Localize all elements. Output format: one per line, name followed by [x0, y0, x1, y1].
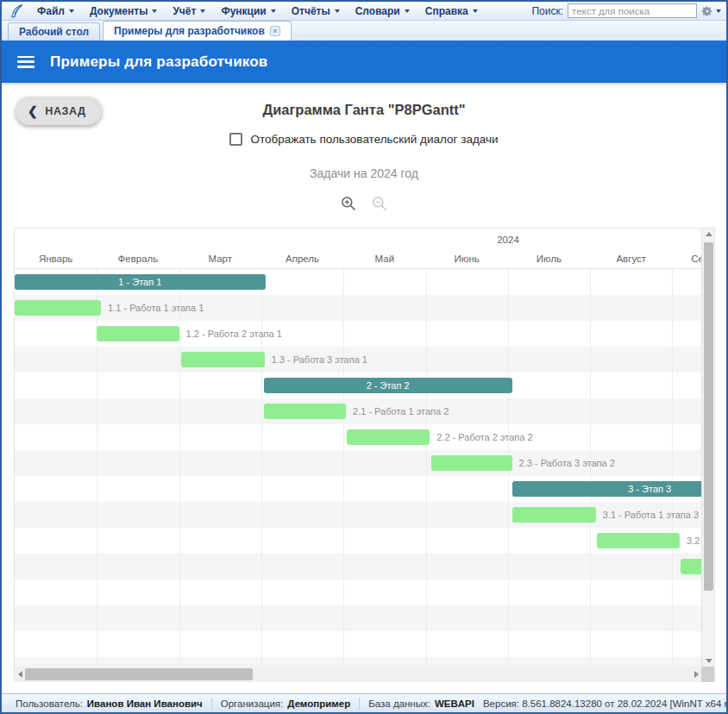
- chevron-down-icon: [69, 9, 74, 13]
- menu-item-файл[interactable]: Файл: [29, 2, 82, 21]
- gantt-bar-3.1[interactable]: [512, 507, 596, 523]
- gantt-month-label: Сентябрь: [672, 254, 702, 266]
- tab-desktop[interactable]: Рабочий стол: [8, 22, 100, 41]
- gantt-month-label: Май: [343, 254, 425, 266]
- chevron-down-icon: [335, 9, 340, 13]
- gantt-month-label: Февраль: [97, 254, 179, 266]
- status-org-value: Демопример: [287, 698, 350, 709]
- menu-item-функции[interactable]: Функции: [213, 2, 283, 21]
- gantt-bar-3[interactable]: 3 - Этап 3: [512, 481, 702, 497]
- gantt-task-label: 3.1 - Работа 1 этапа 3: [603, 507, 699, 523]
- chevron-down-icon: [200, 9, 205, 13]
- gantt-bar-3.3[interactable]: [681, 559, 702, 574]
- gear-icon: [701, 5, 713, 17]
- scroll-left-icon[interactable]: [18, 671, 22, 678]
- vertical-scroll-thumb[interactable]: [704, 242, 713, 591]
- gantt-month-label: Март: [179, 254, 261, 266]
- status-database: База данных: WEBAPI: [360, 698, 483, 710]
- gantt-bar-1.2[interactable]: [97, 326, 179, 341]
- status-user-label: Пользователь:: [16, 698, 83, 709]
- menu-item-label: Учёт: [173, 5, 196, 17]
- chart-subtitle: Задачи на 2024 год: [2, 166, 726, 180]
- gantt-bar-2.2[interactable]: [347, 429, 430, 445]
- search-input[interactable]: [568, 3, 697, 18]
- gantt-task-label: 1.2 - Работа 2 этапа 1: [186, 326, 282, 341]
- horizontal-scroll-thumb[interactable]: [25, 668, 253, 680]
- menu-item-документы[interactable]: Документы: [82, 2, 165, 21]
- menu-item-label: Документы: [90, 5, 147, 17]
- chevron-down-icon: [271, 9, 276, 13]
- gantt-row: [15, 657, 702, 667]
- menu-item-отчёты[interactable]: Отчёты: [284, 2, 348, 21]
- gantt-task-label: 2.3 - Работа 3 этапа 2: [519, 455, 615, 471]
- gantt-bar-2.1[interactable]: [264, 404, 346, 419]
- chevron-down-icon: [716, 9, 721, 13]
- tab-close-icon[interactable]: ×: [270, 26, 280, 36]
- gantt-bar-3.2[interactable]: [597, 533, 680, 548]
- gantt-task-label: 1.1 - Работа 1 этапа 1: [108, 300, 204, 316]
- scroll-right-icon[interactable]: [694, 671, 699, 678]
- status-db-value: WEBAPI: [435, 698, 474, 709]
- main-content: ❮ НАЗАД Диаграмма Ганта "P8PGantt" Отобр…: [2, 83, 726, 693]
- page-title: Диаграмма Ганта "P8PGantt": [2, 102, 726, 118]
- app-window: ФайлДокументыУчётФункцииОтчётыСловариСпр…: [0, 0, 728, 714]
- vertical-scrollbar[interactable]: [701, 229, 714, 667]
- app-header-title: Примеры для разработчиков: [50, 53, 268, 71]
- gantt-gridline: [672, 269, 673, 667]
- tab-label: Рабочий стол: [19, 26, 89, 38]
- scroll-down-icon[interactable]: [706, 659, 712, 663]
- chevron-down-icon: [473, 9, 478, 13]
- gantt-gridline: [179, 269, 180, 667]
- menu-item-словари[interactable]: Словари: [348, 2, 417, 21]
- chevron-down-icon: [152, 9, 157, 13]
- app-logo-icon: [9, 3, 24, 19]
- gantt-row: [15, 579, 702, 605]
- tab-label: Примеры для разработчиков: [114, 25, 265, 37]
- gantt-gridline: [343, 269, 344, 667]
- menu-item-учёт[interactable]: Учёт: [165, 2, 213, 21]
- gantt-bar-2.3[interactable]: [431, 455, 511, 471]
- gantt-month-label: Июнь: [426, 254, 508, 266]
- status-version: Версия: 8.561.8824.13280 от 28.02.2024 […: [483, 698, 728, 709]
- menu-item-label: Справка: [425, 5, 468, 17]
- gantt-bar-1[interactable]: 1 - Этап 1: [15, 274, 266, 290]
- gantt-bar-1.3[interactable]: [181, 352, 265, 367]
- horizontal-scrollbar[interactable]: [15, 667, 702, 682]
- gantt-row: [15, 631, 702, 657]
- status-user: Пользователь: Иванов Иван Иванович: [7, 698, 212, 710]
- gantt-bar-2[interactable]: 2 - Этап 2: [264, 378, 512, 393]
- gantt-task-label: 1.3 - Работа 3 этапа 1: [272, 352, 367, 367]
- status-organization: Организация: Демопример: [212, 698, 361, 710]
- menu-item-label: Отчёты: [292, 5, 330, 17]
- status-org-label: Организация:: [221, 698, 284, 709]
- tab-developer-examples[interactable]: Примеры для разработчиков ×: [103, 21, 292, 41]
- dialog-option-row: Отображать пользовательский диалог задач…: [2, 133, 726, 146]
- gantt-month-label: Июль: [508, 254, 590, 266]
- gantt-task-label: 2.2 - Работа 2 этапа 2: [436, 429, 532, 445]
- menubar: ФайлДокументыУчётФункцииОтчётыСловариСпр…: [2, 2, 726, 21]
- gantt-row: [15, 554, 702, 579]
- gantt-row: [15, 605, 702, 631]
- menu-item-label: Файл: [37, 5, 65, 17]
- menu-item-справка[interactable]: Справка: [417, 2, 486, 21]
- hamburger-menu-icon[interactable]: [17, 56, 35, 68]
- menu-item-label: Функции: [221, 5, 266, 17]
- search-label: Поиск:: [531, 5, 563, 17]
- show-user-dialog-checkbox[interactable]: [229, 133, 242, 146]
- status-user-value: Иванов Иван Иванович: [87, 698, 203, 709]
- gantt-month-label: Август: [590, 254, 672, 266]
- menu-item-label: Словари: [355, 5, 400, 17]
- gantt-chart: 2024 ЯнварьФевральМартАпрельМайИюньИюльА…: [14, 228, 715, 682]
- scrollbar-corner: [701, 667, 714, 682]
- zoom-in-icon[interactable]: [340, 195, 357, 212]
- search-settings-button[interactable]: [701, 5, 721, 17]
- gantt-task-label: 2.1 - Работа 1 этапа 2: [353, 404, 449, 419]
- zoom-out-icon[interactable]: [371, 195, 388, 212]
- scroll-up-icon[interactable]: [706, 232, 712, 236]
- status-db-label: База данных:: [368, 698, 430, 709]
- tab-bar: Рабочий стол Примеры для разработчиков ×: [2, 21, 726, 41]
- gantt-row: [15, 502, 702, 528]
- gantt-bar-1.1[interactable]: [15, 300, 101, 316]
- gantt-year-label: 2024: [15, 235, 702, 245]
- app-header: Примеры для разработчиков: [2, 41, 726, 83]
